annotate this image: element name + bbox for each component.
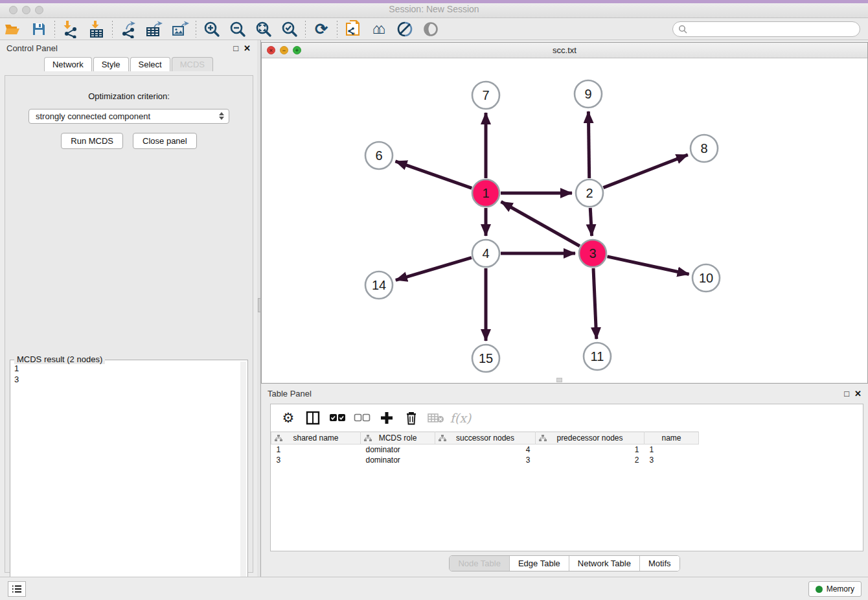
graph-node-4[interactable]: 4: [472, 240, 499, 267]
criterion-select[interactable]: strongly connected component: [29, 109, 229, 124]
network-canvas[interactable]: 1234678910111415: [262, 58, 867, 383]
control-panel: Control Panel □ ✕ NetworkStyleSelectMCDS…: [0, 40, 257, 577]
column-header-shared-name[interactable]: shared name: [271, 432, 361, 444]
tab-mcds[interactable]: MCDS: [172, 57, 213, 71]
graph-node-10[interactable]: 10: [692, 264, 720, 292]
search-field[interactable]: [672, 21, 860, 37]
network-maximize-button[interactable]: +: [293, 46, 301, 54]
network-graph[interactable]: 1234678910111415: [262, 58, 867, 383]
edge-2-9[interactable]: [588, 111, 589, 178]
column-header-predecessor-nodes[interactable]: predecessor nodes: [536, 432, 645, 444]
cell-successor-nodes[interactable]: 4: [435, 444, 536, 455]
table-panel-title: Table Panel: [268, 389, 312, 398]
table-tabs: Node TableEdge TableNetwork TableMotifs: [449, 555, 680, 571]
first-neighbors-button[interactable]: ⌂⌂: [366, 19, 392, 39]
close-panel-icon[interactable]: ✕: [854, 389, 862, 398]
chevron-updown-icon: [219, 112, 224, 120]
graph-node-14[interactable]: 14: [365, 271, 393, 299]
node-label: 14: [372, 278, 386, 292]
zoom-selected-button[interactable]: [277, 19, 303, 39]
tab-edge-table[interactable]: Edge Table: [510, 556, 569, 571]
cell-shared-name[interactable]: 3: [271, 455, 361, 465]
mcds-result-text[interactable]: 1 3: [12, 363, 240, 600]
edge-2-3[interactable]: [590, 208, 591, 236]
column-header-successor-nodes[interactable]: successor nodes: [435, 432, 536, 444]
function-builder-button[interactable]: f(x): [450, 408, 472, 428]
cell-MCDS-role[interactable]: dominator: [361, 444, 435, 455]
edge-3-10[interactable]: [607, 257, 689, 274]
tab-network-table[interactable]: Network Table: [569, 556, 640, 571]
deselect-all-button[interactable]: [351, 408, 373, 428]
delete-column-button[interactable]: [400, 408, 422, 428]
export-network-button[interactable]: [115, 19, 141, 39]
network-minimize-button[interactable]: −: [280, 46, 288, 54]
column-header-MCDS-role[interactable]: MCDS role: [361, 432, 435, 444]
table-row[interactable]: 1dominator411: [271, 444, 863, 455]
select-all-button[interactable]: [326, 408, 348, 428]
graph-node-11[interactable]: 11: [584, 343, 611, 370]
cell-successor-nodes[interactable]: 3: [435, 455, 536, 465]
edge-3-1[interactable]: [501, 202, 580, 246]
export-table-button[interactable]: [141, 19, 167, 39]
graph-node-3[interactable]: 3: [579, 240, 606, 267]
table-settings-button[interactable]: ⚙: [277, 408, 299, 428]
cell-predecessor-nodes[interactable]: 1: [536, 444, 645, 455]
edge-1-6[interactable]: [395, 161, 472, 188]
create-column-button[interactable]: [376, 408, 398, 428]
graph-node-8[interactable]: 8: [691, 135, 718, 162]
graph-node-2[interactable]: 2: [576, 179, 603, 207]
graph-node-7[interactable]: 7: [472, 82, 499, 109]
export-image-button[interactable]: [167, 19, 193, 39]
zoom-fit-icon: [255, 21, 272, 38]
cell-predecessor-nodes[interactable]: 2: [536, 455, 645, 465]
refresh-button[interactable]: ⟳: [308, 19, 334, 39]
cell-shared-name[interactable]: 1: [271, 444, 361, 455]
tab-network[interactable]: Network: [44, 57, 92, 71]
memory-button[interactable]: Memory: [808, 581, 862, 597]
run-mcds-button[interactable]: Run MCDS: [61, 133, 123, 149]
zoom-in-button[interactable]: [199, 19, 225, 39]
edge-3-11[interactable]: [593, 268, 597, 339]
result-scrollbar[interactable]: [240, 362, 246, 600]
close-panel-icon[interactable]: ✕: [244, 44, 251, 52]
close-panel-button[interactable]: Close panel: [133, 133, 197, 149]
graph-node-1[interactable]: 1: [472, 179, 499, 207]
tab-style[interactable]: Style: [93, 57, 129, 71]
import-network-button[interactable]: [58, 19, 84, 39]
edge-2-8[interactable]: [603, 155, 687, 188]
column-header-name[interactable]: name: [645, 432, 699, 444]
columns-icon: [306, 411, 320, 425]
edge-4-14[interactable]: [396, 258, 472, 281]
tab-node-table[interactable]: Node Table: [450, 556, 510, 571]
open-session-button[interactable]: [0, 19, 26, 39]
graph-node-6[interactable]: 6: [365, 142, 393, 169]
criterion-value: strongly connected component: [36, 111, 150, 121]
main-toolbar: ⟳ ⌂⌂: [0, 18, 868, 40]
clipboard-network-icon: [345, 20, 361, 38]
show-columns-button[interactable]: [302, 408, 324, 428]
table-row[interactable]: 3dominator323: [271, 455, 863, 465]
cell-name[interactable]: 1: [645, 444, 699, 455]
task-history-button[interactable]: [8, 581, 26, 597]
search-input[interactable]: [691, 25, 860, 34]
zoom-out-button[interactable]: [225, 19, 251, 39]
app-titlebar: Session: New Session: [0, 0, 868, 18]
network-close-button[interactable]: ×: [267, 46, 275, 54]
float-panel-icon[interactable]: □: [844, 389, 849, 398]
graph-node-9[interactable]: 9: [575, 80, 602, 108]
cell-name[interactable]: 3: [645, 455, 699, 465]
hide-selected-button[interactable]: [392, 19, 418, 39]
canvas-scroll-handle[interactable]: [556, 378, 562, 382]
cell-MCDS-role[interactable]: dominator: [361, 455, 435, 465]
network-from-clipboard-button[interactable]: [340, 19, 366, 39]
graph-node-15[interactable]: 15: [472, 345, 499, 372]
float-panel-icon[interactable]: □: [233, 44, 238, 52]
show-graphics-button[interactable]: [418, 19, 444, 39]
delete-table-button[interactable]: [425, 408, 447, 428]
tab-select[interactable]: Select: [130, 57, 170, 71]
optimization-criterion-label: Optimization criterion:: [5, 91, 253, 101]
save-session-button[interactable]: [26, 19, 52, 39]
zoom-fit-button[interactable]: [251, 19, 277, 39]
tab-motifs[interactable]: Motifs: [640, 556, 680, 571]
import-table-button[interactable]: [84, 19, 109, 39]
